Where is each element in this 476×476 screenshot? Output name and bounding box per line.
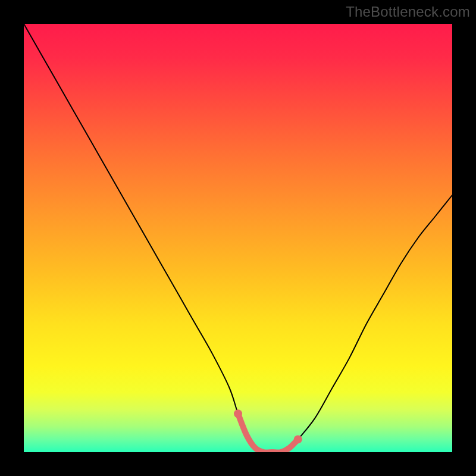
plot-area — [24, 24, 452, 452]
optimal-zone-curve — [238, 414, 298, 452]
optimal-zone-endpoint — [234, 409, 242, 418]
optimal-zone-endpoint — [294, 435, 302, 443]
curve-layer — [24, 24, 452, 452]
watermark-text: TheBottleneck.com — [346, 4, 470, 20]
chart-frame: TheBottleneck.com — [0, 0, 476, 476]
bottleneck-curve — [24, 24, 452, 452]
